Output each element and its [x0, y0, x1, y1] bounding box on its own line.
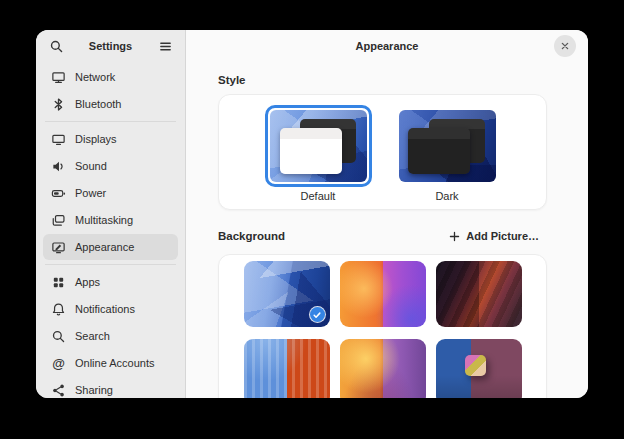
main-headerbar: Appearance — [186, 30, 588, 62]
close-window-button[interactable] — [554, 35, 576, 57]
style-dark-preview — [399, 110, 496, 182]
sidebar-item-online-accounts[interactable]: @ Online Accounts — [43, 350, 178, 376]
background-section-header: Background Add Picture… — [218, 226, 547, 246]
style-default-selection-frame — [265, 105, 372, 187]
multitasking-icon — [51, 213, 66, 228]
hamburger-menu-icon — [158, 39, 173, 54]
sidebar-item-apps[interactable]: Apps — [43, 269, 178, 295]
close-icon — [558, 39, 572, 53]
search-icon — [51, 329, 66, 344]
sidebar-item-label: Apps — [75, 276, 100, 288]
online-accounts-icon: @ — [51, 356, 66, 371]
wallpaper-thumbnail-blue-triangle-mosaic[interactable] — [244, 261, 330, 327]
page-title: Appearance — [356, 40, 419, 52]
sound-icon — [51, 159, 66, 174]
style-option-dark[interactable]: Dark — [394, 105, 501, 202]
sidebar-item-sound[interactable]: Sound — [43, 153, 178, 179]
sidebar-item-notifications[interactable]: Notifications — [43, 296, 178, 322]
appearance-icon — [51, 240, 66, 255]
sidebar-item-label: Multitasking — [75, 214, 133, 226]
selected-check-badge — [310, 307, 325, 322]
background-card — [218, 254, 547, 398]
style-option-label: Default — [301, 190, 336, 202]
apps-icon — [51, 275, 66, 290]
style-default-preview — [270, 110, 367, 182]
desktop-background: Settings Network — [0, 0, 624, 439]
sidebar-item-label: Displays — [75, 133, 117, 145]
main-pane: Appearance Style — [186, 30, 588, 398]
sidebar-item-multitasking[interactable]: Multitasking — [43, 207, 178, 233]
background-section-label: Background — [218, 230, 285, 242]
displays-icon — [51, 132, 66, 147]
settings-window: Settings Network — [36, 30, 588, 398]
style-dark-selection-frame — [394, 105, 501, 187]
sidebar-separator — [45, 121, 176, 122]
sidebar-item-label: Network — [75, 71, 115, 83]
sidebar-item-search[interactable]: Search — [43, 323, 178, 349]
sidebar-item-label: Search — [75, 330, 110, 342]
main-menu-button[interactable] — [154, 35, 176, 57]
bluetooth-icon — [51, 97, 66, 112]
sidebar-item-label: Bluetooth — [75, 98, 121, 110]
wallpaper-thumbnail-glass-cube[interactable] — [436, 339, 522, 398]
sidebar-item-displays[interactable]: Displays — [43, 126, 178, 152]
sidebar-item-label: Online Accounts — [75, 357, 155, 369]
sidebar: Settings Network — [36, 30, 186, 398]
sidebar-item-sharing[interactable]: Sharing — [43, 377, 178, 398]
add-picture-label: Add Picture… — [466, 230, 539, 242]
wallpaper-thumbnail-dark-crimson-waves[interactable] — [436, 261, 522, 327]
style-section-label: Style — [218, 74, 547, 86]
preview-dark-window-front — [408, 128, 470, 174]
add-picture-button[interactable]: Add Picture… — [440, 227, 547, 246]
search-icon — [49, 39, 64, 54]
wallpaper-thumbnail-amber-violet-swirl[interactable] — [340, 339, 426, 398]
appearance-panel: Style Default — [186, 62, 588, 398]
plus-icon — [448, 230, 461, 243]
sidebar-item-bluetooth[interactable]: Bluetooth — [43, 91, 178, 117]
power-icon — [51, 186, 66, 201]
style-option-default[interactable]: Default — [265, 105, 372, 202]
sidebar-item-appearance[interactable]: Appearance — [43, 234, 178, 260]
sidebar-item-power[interactable]: Power — [43, 180, 178, 206]
notifications-icon — [51, 302, 66, 317]
sidebar-item-label: Appearance — [75, 241, 134, 253]
sidebar-item-label: Sound — [75, 160, 107, 172]
network-icon — [51, 70, 66, 85]
wallpaper-thumbnail-blue-orange-drips[interactable] — [244, 339, 330, 398]
search-button[interactable] — [45, 35, 67, 57]
sidebar-title: Settings — [67, 40, 154, 52]
sidebar-separator — [45, 264, 176, 265]
glass-cube-graphic — [465, 355, 486, 376]
sidebar-item-label: Notifications — [75, 303, 135, 315]
sidebar-item-label: Sharing — [75, 384, 113, 396]
style-card: Default Dark — [218, 94, 547, 210]
style-option-label: Dark — [435, 190, 458, 202]
preview-light-window — [280, 128, 342, 174]
sidebar-item-label: Power — [75, 187, 106, 199]
sidebar-nav: Network Bluetooth Displays — [36, 62, 185, 398]
wallpaper-thumbnail-orange-magenta-gradient[interactable] — [340, 261, 426, 327]
sidebar-headerbar: Settings — [36, 30, 185, 62]
sharing-icon — [51, 383, 66, 398]
sidebar-item-network[interactable]: Network — [43, 64, 178, 90]
check-icon — [312, 310, 322, 320]
